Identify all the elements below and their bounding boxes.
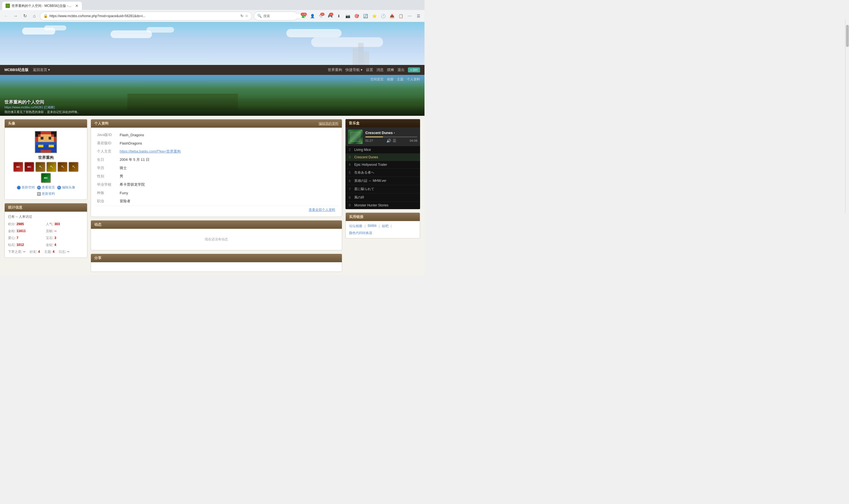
table-row: 生日 2004 年 5 月 11 日 bbox=[95, 156, 338, 164]
useful-link-3[interactable]: 贴吧 bbox=[382, 224, 389, 229]
playlist-item-6[interactable]: 6 英雄の証 ～ MHW.ver bbox=[345, 177, 420, 185]
playlist-title-8: 風の絆 bbox=[354, 195, 417, 200]
download-icon[interactable]: ⬇ bbox=[335, 12, 343, 20]
now-playing-info: Crescent Dunes - 01:27 🔊 ☰ 04:08 bbox=[365, 131, 417, 143]
edit-profile-link[interactable]: 编辑我的资料 bbox=[319, 121, 339, 126]
submenu-profile[interactable]: 个人资料 bbox=[407, 77, 420, 82]
submenu-photos[interactable]: 相册 bbox=[387, 77, 394, 82]
screenshot-icon[interactable]: 📋 bbox=[397, 12, 404, 20]
profile-info-panel: 个人资料 编辑我的资料 Java版ID Flash_Dragons 基岩版ID … bbox=[91, 119, 342, 217]
wardrobe-link[interactable]: 👗 装扮空间 bbox=[17, 185, 35, 190]
school-label: 毕业学校 bbox=[95, 181, 117, 188]
nav-credits-link[interactable]: 摆摊 bbox=[387, 68, 394, 72]
friends-label: 好友 bbox=[30, 250, 36, 254]
java-id-value: Flash_Dragons bbox=[118, 131, 338, 139]
submenu-space[interactable]: 空间首页 bbox=[370, 77, 384, 82]
gender-value: 男 bbox=[118, 173, 338, 180]
tab-close-button[interactable]: ✕ bbox=[75, 4, 78, 8]
downloads2-icon[interactable]: 📥 bbox=[388, 12, 396, 20]
playlist-item-8[interactable]: 8 風の絆 bbox=[345, 194, 420, 202]
homepage-link[interactable]: https://tieba.baidu.com/f?kw=世界重构 bbox=[120, 149, 181, 154]
stat-gold: 金粒: 11611 bbox=[8, 228, 46, 234]
video-icon[interactable]: 📷 bbox=[344, 12, 351, 20]
activity-empty: 现在还没有动态 bbox=[94, 232, 339, 247]
profile-icon[interactable]: 👤 bbox=[308, 12, 316, 20]
notif1-icon[interactable]: 🛡41 bbox=[317, 12, 325, 20]
nav-settings-link[interactable]: 设置 bbox=[366, 68, 373, 72]
masters-label: 主题 bbox=[44, 250, 51, 254]
stat-love: 爱心: 7 bbox=[8, 235, 46, 241]
love-value: 7 bbox=[17, 236, 19, 240]
share-empty bbox=[94, 265, 339, 269]
playlist-title-6: 英雄の証 ～ MHW.ver bbox=[354, 179, 417, 183]
bedrock-id-value: FlashDragons bbox=[118, 139, 338, 147]
center-column: 个人资料 编辑我的资料 Java版ID Flash_Dragons 基岩版ID … bbox=[91, 119, 342, 272]
view-all-profile-link[interactable]: 查看全部个人资料 bbox=[309, 208, 335, 212]
badge-7: MC bbox=[41, 173, 51, 183]
reload-icon[interactable]: ↻ bbox=[240, 14, 243, 18]
volume-button[interactable]: 🔊 bbox=[386, 139, 391, 143]
back-button[interactable]: ← bbox=[2, 12, 10, 20]
search-bar[interactable]: 🔍 bbox=[254, 12, 298, 20]
playlist-num-7: 7 bbox=[349, 187, 354, 191]
playlist-num-8: 8 bbox=[349, 196, 354, 199]
profile-table: Java版ID Flash_Dragons 基岩版ID FlashDragons… bbox=[94, 130, 339, 205]
submenu-blog[interactable]: 主题 bbox=[397, 77, 403, 82]
sync-icon[interactable]: 🔄 bbox=[361, 12, 369, 20]
badge-5: ⛏ bbox=[57, 162, 68, 172]
notif2-icon[interactable]: 🎮11 bbox=[326, 12, 334, 20]
edit-avatar-icon: ✎ bbox=[57, 186, 61, 190]
playlist-button[interactable]: ☰ bbox=[393, 139, 396, 143]
address-bar[interactable]: 🔒 ↻ ☆ bbox=[40, 12, 252, 20]
menu-icon[interactable]: ☰ bbox=[415, 12, 422, 20]
progress-bar[interactable] bbox=[365, 137, 417, 137]
nav-messages-link[interactable]: 消息 bbox=[376, 68, 384, 72]
url-input[interactable] bbox=[50, 14, 239, 18]
refresh-button[interactable]: ↻ bbox=[21, 12, 29, 20]
profile-url: https://www.mcbbs.co/56281 [已截断] bbox=[4, 105, 420, 109]
profile-quote: 我仿佛又看见了那熟悉的身影，是来自记忆深处的呼唤。 bbox=[4, 110, 420, 114]
diamond-value: 1012 bbox=[17, 243, 24, 247]
active-tab[interactable]: 世界重构的个人空间 - MCBBS纪念版 - Minecraft(我的世界)中文… bbox=[2, 2, 82, 10]
extensions-icon[interactable]: 🧩1.00 bbox=[300, 12, 307, 20]
diy-button[interactable]: + DIY bbox=[408, 68, 420, 72]
playlist-num-6: 6 bbox=[349, 179, 354, 183]
nav-bar: MCBBS纪念版 返回首页 ▾ 世界重构 快捷导航 ▾ 设置 消息 摆摊 退出 … bbox=[0, 65, 424, 75]
useful-link-2[interactable]: BiliBili bbox=[367, 224, 376, 229]
forward-button[interactable]: → bbox=[12, 12, 19, 20]
treasure-label: 宝石 bbox=[46, 236, 53, 240]
more-icon[interactable]: ⋯ bbox=[406, 12, 413, 20]
gold-value: 11611 bbox=[17, 229, 26, 233]
home-button[interactable]: ⌂ bbox=[31, 12, 38, 20]
edit-avatar-link[interactable]: ✎ 编辑头像 bbox=[57, 185, 75, 190]
stat-popularity: 人气: 303 bbox=[46, 221, 84, 227]
playlist-item-5[interactable]: 5 生命ある者へ bbox=[345, 168, 420, 177]
nav-quicknav-link[interactable]: 快捷导航 ▾ bbox=[345, 68, 363, 72]
table-row: Java版ID Flash_Dragons bbox=[95, 131, 338, 139]
nav-home-link[interactable]: 返回首页 ▾ bbox=[33, 68, 50, 72]
search-input[interactable] bbox=[264, 14, 305, 18]
playlist-item-9[interactable]: 9 Monster Hunter Stories bbox=[345, 202, 420, 209]
gold2-value: 4 bbox=[54, 243, 56, 247]
comments-link[interactable]: ✏ 查看留言 bbox=[37, 185, 55, 190]
playlist-item-2[interactable]: 2 Living Mice bbox=[345, 146, 420, 154]
job-value: 冒险者 bbox=[118, 197, 338, 205]
playlist-item-4[interactable]: 4 Epic Hollywood Trailer bbox=[345, 161, 420, 168]
nav-user-link[interactable]: 世界重构 bbox=[328, 68, 342, 72]
playlist-item-7[interactable]: 7 星に駆られて bbox=[345, 185, 420, 194]
playlist-item-3[interactable]: 3 Crescent Dunes bbox=[345, 154, 420, 161]
species-label: 种族 bbox=[95, 189, 117, 197]
contribution-label: 贡献 bbox=[46, 229, 53, 233]
favorites-icon[interactable]: ⭐ bbox=[370, 12, 378, 20]
gold2-label: 金锭 bbox=[46, 243, 53, 247]
update-info-link[interactable]: ⊞ 更新资料 bbox=[8, 192, 84, 196]
useful-link-1[interactable]: 论坛相册 bbox=[349, 224, 362, 229]
activity-header: 动态 bbox=[91, 220, 342, 229]
bookmark-icon[interactable]: ☆ bbox=[245, 14, 249, 18]
history-icon[interactable]: 🕐 bbox=[379, 12, 387, 20]
share-header: 分享 bbox=[91, 254, 342, 262]
useful-link-4[interactable]: 颜色代码转换器 bbox=[349, 231, 372, 235]
token-icon[interactable]: 🎯 bbox=[353, 12, 360, 20]
site-name[interactable]: MCBBS纪念版 bbox=[4, 68, 29, 72]
nav-logout-link[interactable]: 退出 bbox=[397, 68, 404, 72]
